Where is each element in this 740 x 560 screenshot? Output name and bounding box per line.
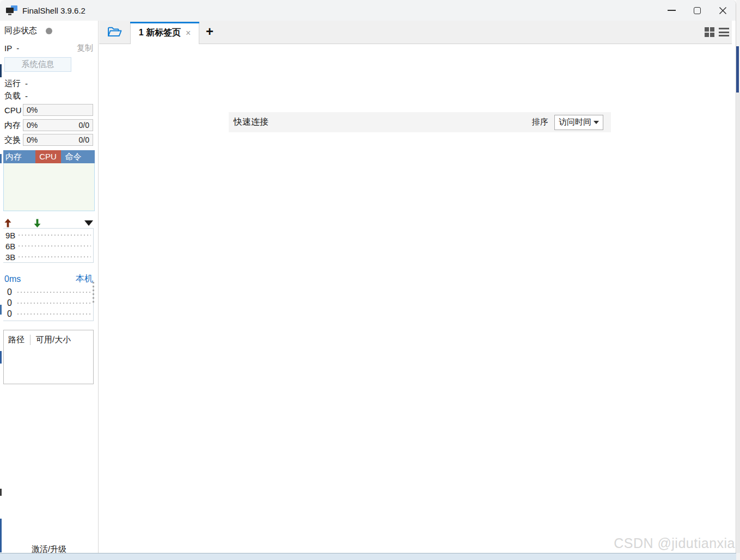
gridline [17,292,91,293]
ping-host-label: 本机 [76,273,93,285]
minimize-button[interactable] [659,0,684,21]
chevron-down-icon [594,121,599,124]
watermark: CSDN @jidutianxia [614,536,735,551]
process-table-header: 内存 CPU 命令 [3,150,95,163]
maximize-icon [694,7,701,14]
open-connections-button[interactable] [99,21,130,44]
run-row: 运行 - [4,78,93,89]
ping-latency: 0ms [4,274,21,284]
window-controls [659,0,736,21]
background-artifact [737,93,740,553]
tab-label: 1 新标签页 [139,27,181,39]
main-area: 1 新标签页 × + 快速连接 排序 访问时间 [99,21,732,553]
close-icon [719,7,727,15]
download-arrow-icon[interactable] [34,219,41,227]
ping-tick-label: 0 [3,287,17,297]
net-chart-row: 6B [3,241,93,251]
net-tick-label: 9B [3,231,19,240]
chart-dropdown-icon[interactable] [84,220,93,226]
memory-label: 内存 [4,120,23,131]
ip-value: - [16,44,19,53]
ping-tick-label: 0 [3,298,17,308]
window-title: FinalShell 3.9.6.2 [22,6,85,15]
background-artifact [0,154,2,163]
gridline [17,303,91,304]
memory-usage-field: 0% 0/0 [23,119,93,131]
sort-order-value: 访问时间 [559,117,591,127]
gridline [17,313,91,315]
swap-metric-row: 交换 0% 0/0 [4,134,93,146]
ip-label: IP [4,44,12,53]
minimize-icon [668,10,676,11]
disk-table: 路径 可用/大小 [3,330,94,384]
load-row: 负载 - [4,91,93,101]
process-column-command[interactable]: 命令 [61,150,95,163]
background-artifact [0,64,2,77]
process-table: 内存 CPU 命令 [3,150,95,211]
cpu-usage-value: 0% [27,106,38,114]
sort-group: 排序 访问时间 [532,115,603,130]
new-tab-button[interactable]: + [199,21,220,44]
hamburger-menu-icon[interactable] [719,28,729,36]
sync-status-label: 同步状态 [4,26,37,36]
process-table-body [3,163,95,211]
sync-status-dot-icon [46,28,52,34]
gridline [19,235,91,236]
cpu-metric-row: CPU 0% [4,104,93,116]
ping-chart-row: 0 [3,287,93,298]
sidebar: 同步状态 IP - 复制 系统信息 运行 - 负载 - CPU 0% 内存 0% [0,21,99,553]
ping-chart-row: 0 [3,298,93,309]
sort-order-dropdown[interactable]: 访问时间 [554,115,603,130]
ping-chart: 0 0 0 [3,285,94,321]
gridline [19,245,91,247]
upload-arrow-icon[interactable] [4,219,11,227]
system-info-button[interactable]: 系统信息 [4,57,71,72]
cpu-usage-field: 0% [23,104,93,116]
splitter-handle[interactable] [91,282,95,303]
swap-usage-field: 0% 0/0 [23,134,93,146]
column-divider [30,335,30,345]
quick-connect-title: 快速连接 [234,116,268,128]
tab-close-icon[interactable]: × [186,29,191,38]
cpu-label: CPU [4,106,23,115]
net-tick-label: 6B [3,242,19,251]
titlebar: FinalShell 3.9.6.2 [0,0,736,21]
background-artifact [0,489,2,496]
ping-header: 0ms 本机 [4,273,93,285]
ping-chart-row: 0 [3,309,93,319]
process-column-memory[interactable]: 内存 [3,150,35,163]
process-column-cpu[interactable]: CPU [35,150,61,163]
run-value: - [25,79,28,88]
quick-connect-bar: 快速连接 排序 访问时间 [229,112,611,132]
sync-status-row: 同步状态 [4,26,93,36]
background-artifact [0,305,2,315]
disk-table-header: 路径 可用/大小 [4,330,93,345]
ip-row: IP - 复制 [4,43,93,53]
sort-label: 排序 [532,117,548,127]
folder-open-icon [107,26,123,39]
disk-column-path[interactable]: 路径 [8,335,25,345]
layout-grid-icon[interactable] [705,27,714,37]
active-tab-indicator [130,22,199,23]
memory-metric-row: 内存 0% 0/0 [4,119,93,131]
tab-new-tab[interactable]: 1 新标签页 × [130,22,199,44]
swap-label: 交换 [4,135,23,145]
load-value: - [25,91,28,101]
tab-bar: 1 新标签页 × + [99,21,732,44]
net-tick-label: 3B [3,253,19,262]
disk-column-size[interactable]: 可用/大小 [36,335,71,345]
maximize-button[interactable] [684,0,710,21]
app-icon [6,5,17,15]
memory-ratio: 0/0 [79,121,89,130]
close-button[interactable] [710,0,736,21]
bottom-status-strip [0,553,740,560]
load-label: 负载 [4,91,21,101]
swap-usage-value: 0% [27,136,38,144]
background-artifact [0,351,2,364]
swap-ratio: 0/0 [79,136,89,144]
background-artifact [0,519,2,552]
net-chart-controls [4,218,93,227]
network-chart: 9B 6B 3B [3,228,94,263]
copy-ip-button[interactable]: 复制 [77,43,93,53]
net-chart-row: 3B [3,251,93,262]
